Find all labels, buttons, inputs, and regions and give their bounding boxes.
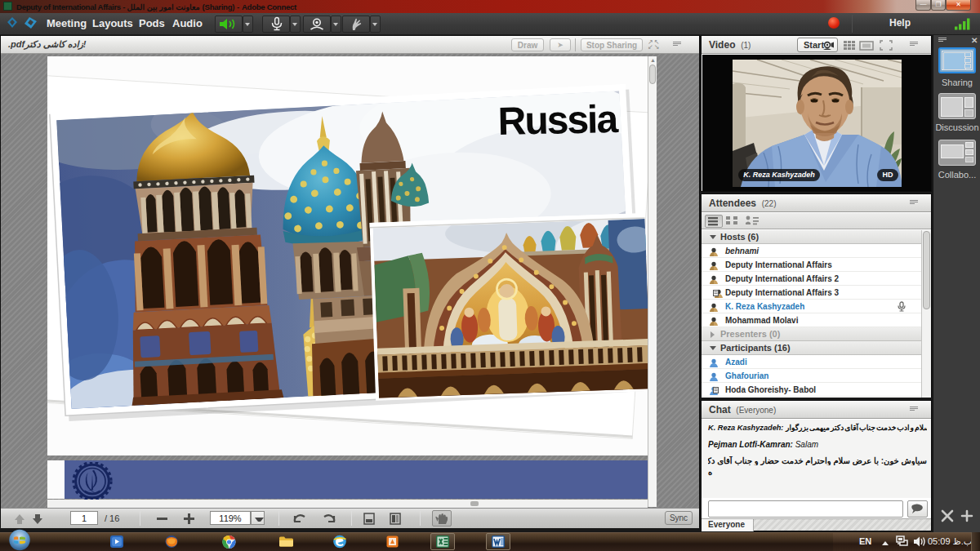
svg-text:Russia: Russia — [497, 97, 619, 143]
